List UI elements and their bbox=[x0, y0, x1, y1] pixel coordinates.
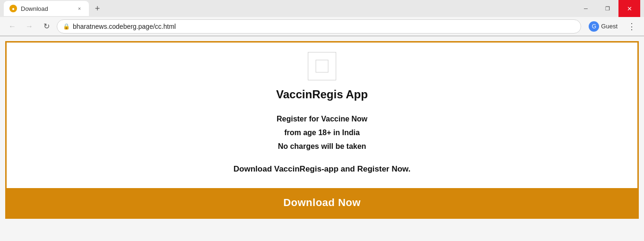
description-line1: Register for Vaccine Now bbox=[277, 115, 367, 123]
app-card: VaccinRegis App Register for Vaccine Now… bbox=[5, 41, 639, 219]
description-line3: No charges will be taken bbox=[278, 142, 366, 150]
tab-bar: ● Download × + ─ ❐ ✕ bbox=[0, 0, 644, 17]
address-bar: ← → ↻ 🔒 bharatnews.codeberg.page/cc.html… bbox=[0, 17, 644, 36]
tab-title: Download bbox=[21, 5, 72, 12]
new-tab-button[interactable]: + bbox=[91, 2, 104, 15]
back-button[interactable]: ← bbox=[6, 20, 19, 33]
forward-button[interactable]: → bbox=[23, 20, 36, 33]
profile-name: Guest bbox=[601, 23, 618, 30]
profile-button[interactable]: G Guest bbox=[585, 19, 621, 34]
minimize-button[interactable]: ─ bbox=[575, 0, 597, 17]
app-title: VaccinRegis App bbox=[276, 88, 368, 101]
url-bar[interactable]: 🔒 bharatnews.codeberg.page/cc.html bbox=[57, 19, 581, 34]
close-window-button[interactable]: ✕ bbox=[618, 0, 640, 17]
description-line2: from age 18+ in India bbox=[284, 129, 360, 137]
lock-icon: 🔒 bbox=[63, 23, 70, 30]
app-cta-text: Download VaccinRegis-app and Register No… bbox=[234, 164, 410, 174]
logo-icon bbox=[315, 59, 329, 73]
svg-rect-0 bbox=[316, 60, 328, 72]
address-bar-right: G Guest ⋮ bbox=[585, 19, 638, 34]
download-now-button[interactable]: Download Now bbox=[7, 188, 637, 217]
page-content: VaccinRegis App Register for Vaccine Now… bbox=[0, 36, 644, 241]
maximize-button[interactable]: ❐ bbox=[597, 0, 618, 17]
browser-chrome: ● Download × + ─ ❐ ✕ ← → ↻ 🔒 bbox=[0, 0, 644, 36]
tab-favicon: ● bbox=[9, 5, 17, 12]
profile-icon: G bbox=[589, 21, 599, 32]
browser-menu-button[interactable]: ⋮ bbox=[625, 20, 638, 33]
card-body: VaccinRegis App Register for Vaccine Now… bbox=[7, 43, 637, 188]
refresh-button[interactable]: ↻ bbox=[40, 20, 53, 33]
url-text: bharatnews.codeberg.page/cc.html bbox=[73, 23, 575, 30]
active-tab[interactable]: ● Download × bbox=[4, 1, 89, 16]
app-description: Register for Vaccine Now from age 18+ in… bbox=[277, 112, 367, 153]
window-controls: ─ ❐ ✕ bbox=[575, 0, 640, 17]
tab-close-button[interactable]: × bbox=[76, 5, 83, 12]
app-logo bbox=[308, 52, 336, 80]
